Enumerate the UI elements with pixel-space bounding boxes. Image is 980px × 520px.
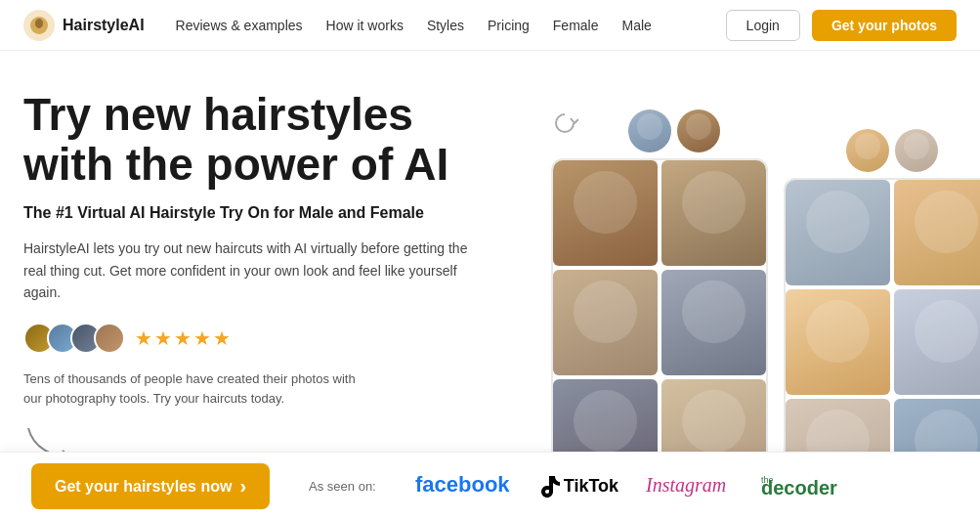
hero-description: HairstyleAI lets you try out new haircut… (23, 238, 473, 303)
female-photo-2 (894, 180, 980, 285)
get-hairstyles-label: Get your hairstyles now (55, 478, 232, 496)
logo[interactable]: HairstyleAI (23, 10, 145, 41)
as-seen-on-label: As seen on: (309, 479, 376, 494)
nav-link-female[interactable]: Female (553, 18, 599, 33)
female-photo-5 (786, 399, 890, 452)
logo-icon (23, 10, 55, 41)
star-rating: ★ ★ ★ ★ ★ (135, 326, 231, 350)
male-photo-3 (553, 270, 658, 375)
star-4: ★ (193, 326, 211, 350)
male-photo-grid (551, 158, 768, 452)
star-3: ★ (174, 326, 192, 350)
male-mini-photo (677, 109, 720, 152)
male-grid-row-1 (553, 160, 766, 266)
male-photo-5 (553, 379, 658, 452)
male-photo-1 (553, 160, 658, 266)
bottom-bar: Get your hairstyles now › As seen on: fa… (0, 452, 980, 520)
star-5: ★ (213, 326, 231, 350)
svg-text:facebook: facebook (415, 472, 510, 497)
male-grid-row-2 (553, 270, 766, 375)
instagram-logo: Instagram (646, 470, 734, 502)
female-photo-6 (894, 399, 980, 452)
get-photos-button[interactable]: Get your photos (812, 10, 957, 41)
female-photo-1 (786, 180, 890, 285)
get-hairstyles-arrow: › (239, 475, 246, 498)
nav-link-male[interactable]: Male (622, 18, 652, 33)
social-proof-text: Tens of thousands of people have created… (23, 369, 356, 408)
hero-right (551, 90, 980, 452)
nav-link-pricing[interactable]: Pricing (488, 18, 530, 33)
stars-row: ★ ★ ★ ★ ★ (23, 323, 512, 354)
logo-text: HairstyleAI (63, 17, 145, 34)
navbar-left: HairstyleAI Reviews & examples How it wo… (23, 10, 652, 41)
female-grid-row-1 (786, 180, 980, 285)
female-grid-row-2 (786, 289, 980, 395)
male-grid-container (551, 109, 768, 452)
male-mini-photos (551, 109, 768, 152)
facebook-logo: facebook (415, 470, 513, 503)
female-photo-3 (786, 289, 890, 395)
female-photo-grid (784, 178, 980, 452)
male-grid-row-3 (553, 379, 766, 452)
nav-link-styles[interactable]: Styles (427, 18, 464, 33)
svg-point-1 (35, 19, 43, 28)
nav-link-reviews[interactable]: Reviews & examples (176, 18, 303, 33)
avatar (94, 323, 125, 354)
female-mini-photos (784, 129, 980, 172)
get-hairstyles-button[interactable]: Get your hairstyles now › (31, 463, 270, 509)
male-mini-photo (628, 109, 671, 152)
tiktok-logo: TikTok (540, 476, 618, 498)
svg-text:Instagram: Instagram (646, 474, 726, 497)
hero-subtitle: The #1 Virtual AI Hairstyle Try On for M… (23, 204, 512, 222)
female-mini-photo (895, 129, 938, 172)
avatar-group (23, 323, 125, 354)
female-photo-4 (894, 289, 980, 395)
star-2: ★ (154, 326, 172, 350)
main-content: Try new hairstyles with the power of AI … (0, 51, 980, 452)
navbar-right: Login Get your photos (726, 10, 957, 41)
arrow-hint (23, 423, 63, 452)
nav-link-how-it-works[interactable]: How it works (326, 18, 404, 33)
rotate-arrow-right (971, 129, 980, 158)
star-1: ★ (135, 326, 152, 350)
hero-title: Try new hairstyles with the power of AI (23, 90, 512, 189)
female-grid-container (784, 129, 980, 452)
male-photo-4 (661, 270, 766, 375)
social-logos: facebook TikTok Instagram the decoder (415, 470, 839, 503)
female-mini-photo (846, 129, 889, 172)
male-photo-2 (661, 160, 766, 266)
nav-links: Reviews & examples How it works Styles P… (176, 18, 652, 33)
hero-left: Try new hairstyles with the power of AI … (23, 90, 512, 452)
navbar: HairstyleAI Reviews & examples How it wo… (0, 0, 980, 51)
svg-text:decoder: decoder (761, 477, 837, 498)
tiktok-text: TikTok (564, 476, 618, 497)
male-photo-6 (661, 379, 766, 452)
rotate-arrow-left (551, 109, 580, 139)
login-button[interactable]: Login (726, 10, 800, 41)
female-grid-row-3 (786, 399, 980, 452)
decoder-logo: the decoder (761, 471, 839, 502)
